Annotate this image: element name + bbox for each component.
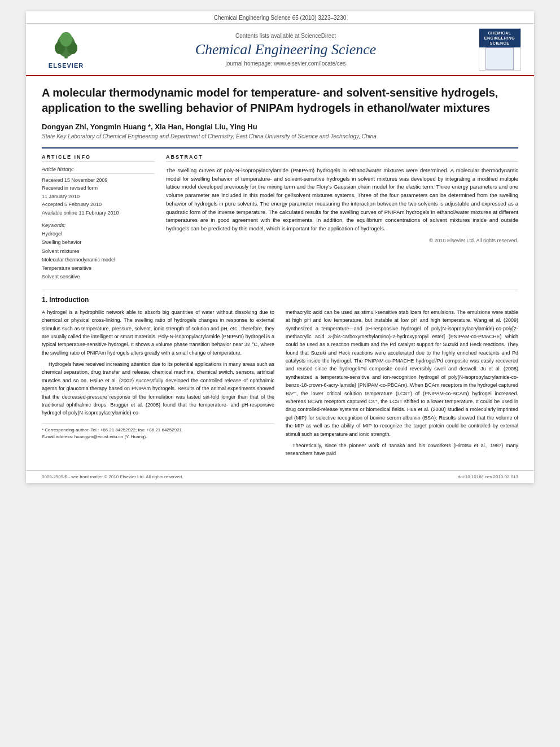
received-date: Received 15 November 2009 xyxy=(42,176,155,184)
keyword-3: Solvent mixtures xyxy=(42,247,155,256)
footnote-area: * Corresponding author. Tel.: +86 21 642… xyxy=(42,423,274,440)
contents-text: Contents lists available at ScienceDirec… xyxy=(235,33,336,39)
revised-label: Received in revised form xyxy=(42,184,155,192)
badge-line3: SCIENCE xyxy=(490,41,510,45)
abstract-col: ABSTRACT The swelling curves of poly-N-i… xyxy=(166,154,518,282)
body-two-col: A hydrogel is a hydrophilic network able… xyxy=(42,308,518,461)
journal-homepage: journal homepage: www.elsevier.com/locat… xyxy=(97,60,474,67)
body-col-left: A hydrogel is a hydrophilic network able… xyxy=(42,308,274,461)
issn-line: 0009-2509/$ - see front matter © 2010 El… xyxy=(42,474,183,479)
copyright-line: © 2010 Elsevier Ltd. All rights reserved… xyxy=(166,238,518,243)
journal-badge-block: CHEMICAL ENGINEERING SCIENCE xyxy=(474,28,525,71)
keyword-4: Molecular thermodynamic model xyxy=(42,256,155,264)
journal-citation: Chemical Engineering Science 65 (2010) 3… xyxy=(214,15,347,21)
journal-page: Chemical Engineering Science 65 (2010) 3… xyxy=(26,11,534,483)
footnote-star: * Corresponding author. Tel.: +86 21 642… xyxy=(42,427,274,434)
revised-date: 11 January 2010 xyxy=(42,193,155,200)
journal-title: Chemical Engineering Science xyxy=(97,41,474,58)
info-abstract-section: Article Info Article history: Received 1… xyxy=(42,147,518,282)
badge-graphic xyxy=(485,47,514,70)
bottom-bar: 0009-2509/$ - see front matter © 2010 El… xyxy=(26,470,534,483)
history-block: Article history: Received 15 November 20… xyxy=(42,167,155,217)
article-title: A molecular thermodynamic model for temp… xyxy=(42,85,518,116)
body-text-left: A hydrogel is a hydrophilic network able… xyxy=(42,308,274,417)
keyword-5: Temperature sensitive xyxy=(42,264,155,273)
intro-p4: Theoretically, since the pioneer work of… xyxy=(286,442,518,458)
intro-p2: Hydrogels have received increasing atten… xyxy=(42,360,274,417)
badge-line2: ENGINEERING xyxy=(484,36,515,40)
online-date: Available online 11 February 2010 xyxy=(42,209,155,217)
keyword-6: Solvent sensitive xyxy=(42,273,155,281)
body-text-right: methacrylic acid can be used as stimuli-… xyxy=(286,308,518,458)
intro-p3: methacrylic acid can be used as stimuli-… xyxy=(286,308,518,438)
history-label: Article history: xyxy=(42,167,155,174)
keyword-2: Swelling behavior xyxy=(42,238,155,247)
elsevier-text: ELSEVIER xyxy=(49,62,84,69)
elsevier-logo-block: ELSEVIER xyxy=(35,30,97,69)
abstract-heading: ABSTRACT xyxy=(166,154,518,162)
accepted-date: Accepted 5 February 2010 xyxy=(42,200,155,208)
article-info-heading: Article Info xyxy=(42,154,155,162)
journal-title-block: Contents lists available at ScienceDirec… xyxy=(97,33,474,67)
journal-citation-bar: Chemical Engineering Science 65 (2010) 3… xyxy=(26,11,534,24)
section-divider xyxy=(42,290,518,290)
abstract-text: The swelling curves of poly-N-isopropyla… xyxy=(166,167,518,233)
main-content: A molecular thermodynamic model for temp… xyxy=(26,76,534,470)
keywords-block: Keywords: Hydrogel Swelling behavior Sol… xyxy=(42,222,155,282)
doi-line: doi:10.1016/j.ces.2010.02.013 xyxy=(458,474,518,479)
sciencedirect-line: Contents lists available at ScienceDirec… xyxy=(97,33,474,39)
elsevier-logo: ELSEVIER xyxy=(49,30,84,69)
journal-header: ELSEVIER Contents lists available at Sci… xyxy=(26,24,534,76)
elsevier-tree-icon xyxy=(49,30,83,61)
authors: Dongyan Zhi, Yongmin Huang *, Xia Han, H… xyxy=(42,123,518,131)
footnote-email: E-mail address: huangym@ecust.edu.cn (Y.… xyxy=(42,434,274,440)
affiliation: State Key Laboratory of Chemical Enginee… xyxy=(42,133,518,139)
badge-image-area xyxy=(479,47,520,70)
svg-point-4 xyxy=(60,32,72,47)
badge-title: CHEMICAL ENGINEERING SCIENCE xyxy=(479,29,520,47)
intro-p1: A hydrogel is a hydrophilic network able… xyxy=(42,308,274,357)
homepage-label: journal homepage: www.elsevier.com/locat… xyxy=(226,60,346,67)
journal-badge-image: CHEMICAL ENGINEERING SCIENCE xyxy=(479,28,521,71)
section-1-heading: 1. Introduction xyxy=(42,296,518,304)
keyword-1: Hydrogel xyxy=(42,230,155,238)
article-info-col: Article Info Article history: Received 1… xyxy=(42,154,155,282)
badge-line1: CHEMICAL xyxy=(488,31,511,35)
body-col-right: methacrylic acid can be used as stimuli-… xyxy=(286,308,518,461)
keywords-label: Keywords: xyxy=(42,222,155,228)
